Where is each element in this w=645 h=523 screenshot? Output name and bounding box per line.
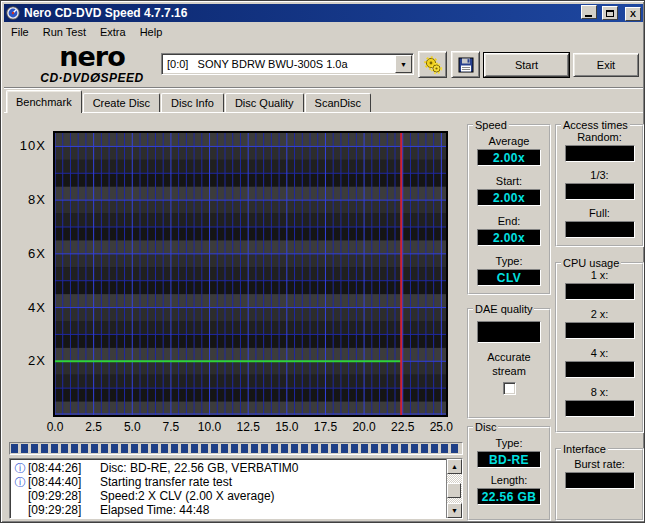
log-time: [08:44:40] [28, 475, 94, 489]
floppy-save-icon [458, 57, 474, 73]
cpu-4x-value [565, 361, 635, 378]
cpu-4x-label: 4 x: [557, 347, 642, 359]
access-times-panel: Access times Random: 1/3: Full: [555, 119, 644, 247]
burst-rate-label: Burst rate: [557, 458, 642, 470]
x-tick-label: 7.5 [154, 420, 188, 434]
access-times-legend: Access times [561, 119, 630, 131]
dae-quality-panel: DAE quality Accurate stream [467, 303, 551, 419]
accurate-stream-checkbox[interactable] [503, 382, 516, 395]
disc-length-label: Length: [469, 474, 549, 486]
tab-create-disc[interactable]: Create Disc [83, 93, 160, 113]
x-axis-labels: 0.02.55.07.510.012.515.017.520.022.525.0 [55, 420, 446, 434]
maximize-icon [606, 10, 614, 17]
cpu-1x-label: 1 x: [557, 269, 642, 281]
speed-start-value: 2.00x [477, 189, 541, 206]
log-entry: [09:29:28] Speed:2 X CLV (2.00 X average… [12, 489, 446, 503]
minimize-button[interactable] [581, 5, 597, 19]
scroll-up-button[interactable]: ▲ [447, 459, 462, 474]
x-tick-label: 15.0 [270, 420, 304, 434]
x-tick-label: 2.5 [77, 420, 111, 434]
y-axis-labels: 10X8X6X4X2X [1, 133, 49, 415]
cpu-usage-panel: CPU usage 1 x: 2 x: 4 x: 8 x: [555, 257, 644, 433]
log-text: Speed:2 X CLV (2.00 X average) [94, 489, 275, 503]
x-tick-label: 12.5 [231, 420, 265, 434]
dae-quality-value [477, 321, 541, 343]
x-tick-label: 0.0 [38, 420, 72, 434]
log-entry: ⓘ [08:44:40] Starting transfer rate test [12, 475, 446, 489]
log-time: [09:29:28] [28, 503, 94, 517]
maximize-button[interactable] [602, 6, 618, 20]
access-random-value [565, 145, 635, 162]
scrollbar-thumb[interactable] [447, 483, 461, 498]
speed-average-label: Average [469, 135, 549, 147]
speed-panel-legend: Speed [473, 119, 509, 131]
log-panel[interactable]: ⓘ [08:44:26] Disc: BD-RE, 22.56 GB, VERB… [9, 458, 463, 519]
x-tick-label: 17.5 [308, 420, 342, 434]
benchmark-chart [53, 131, 448, 417]
tab-benchmark[interactable]: Benchmark [6, 90, 82, 113]
log-time: [08:44:26] [28, 461, 94, 475]
scrollbar-track[interactable] [447, 474, 462, 503]
cpu-2x-label: 2 x: [557, 308, 642, 320]
cdvdspeed-logo-text: CD·DVDØSPEED [27, 71, 157, 84]
scroll-down-button[interactable]: ▼ [447, 503, 462, 518]
dae-quality-legend: DAE quality [473, 303, 534, 315]
menu-extra[interactable]: Extra [93, 24, 133, 40]
access-full-value [565, 221, 635, 238]
access-onethird-value [565, 183, 635, 200]
log-entry: [09:29:28] Elapsed Time: 44:48 [12, 503, 446, 517]
progress-bar-fill [11, 444, 461, 453]
drive-select-value: [0:0] SONY BDRW BWU-300S 1.0a [162, 58, 395, 70]
y-tick-label: 4X [1, 300, 46, 315]
burst-rate-value [565, 472, 635, 489]
info-icon: ⓘ [12, 475, 28, 490]
speed-type-label: Type: [469, 255, 549, 267]
tab-bar: Benchmark Create Disc Disc Info Disc Qua… [6, 90, 372, 113]
app-window: Nero CD-DVD Speed 4.7.7.16 X File Run Te… [0, 0, 645, 523]
menu-bar: File Run Test Extra Help [4, 23, 643, 41]
exit-button[interactable]: Exit [573, 53, 639, 77]
info-icon: ⓘ [12, 461, 28, 476]
x-tick-label: 5.0 [115, 420, 149, 434]
nero-logo-text: nero [27, 43, 157, 70]
minimize-icon [585, 15, 592, 17]
start-button[interactable]: Start [484, 53, 569, 77]
interface-legend: Interface [561, 443, 608, 455]
y-tick-label: 6X [1, 246, 46, 261]
tab-scandisc[interactable]: ScanDisc [305, 93, 371, 113]
speed-start-label: Start: [469, 175, 549, 187]
drive-select[interactable]: [0:0] SONY BDRW BWU-300S 1.0a ▼ [161, 53, 414, 75]
cpu-8x-label: 8 x: [557, 386, 642, 398]
log-text: Disc: BD-RE, 22.56 GB, VERBATIM0 [94, 461, 299, 475]
save-button[interactable] [451, 51, 480, 78]
speed-end-label: End: [469, 215, 549, 227]
dropdown-arrow-icon[interactable]: ▼ [395, 55, 412, 73]
access-full-label: Full: [557, 207, 642, 219]
disc-length-value: 22.56 GB [477, 488, 541, 505]
scroll-up-icon: ▲ [451, 463, 458, 470]
disc-panel-legend: Disc [473, 421, 498, 433]
menu-help[interactable]: Help [133, 24, 170, 40]
log-entries: ⓘ [08:44:26] Disc: BD-RE, 22.56 GB, VERB… [10, 459, 446, 518]
tab-disc-quality[interactable]: Disc Quality [225, 93, 304, 113]
access-random-label: Random: [557, 131, 642, 143]
log-text: Elapsed Time: 44:48 [94, 503, 209, 517]
cpu-2x-value [565, 322, 635, 339]
speed-average-value: 2.00x [477, 149, 541, 166]
interface-panel: Interface Burst rate: [555, 443, 644, 521]
cpu-1x-value [565, 283, 635, 300]
close-button[interactable]: X [625, 7, 641, 21]
x-tick-label: 25.0 [424, 420, 458, 434]
titlebar: Nero CD-DVD Speed 4.7.7.16 X [4, 4, 643, 22]
log-time: [09:29:28] [28, 489, 94, 503]
window-title: Nero CD-DVD Speed 4.7.7.16 [24, 6, 579, 20]
menu-file[interactable]: File [4, 24, 36, 40]
menu-run-test[interactable]: Run Test [36, 24, 93, 40]
options-button[interactable] [418, 51, 447, 78]
disc-panel: Disc Type: BD-RE Length: 22.56 GB [467, 421, 551, 521]
tab-disc-info[interactable]: Disc Info [161, 93, 224, 113]
log-entry: ⓘ [08:44:26] Disc: BD-RE, 22.56 GB, VERB… [12, 461, 446, 475]
x-tick-label: 10.0 [193, 420, 227, 434]
accurate-stream-label: Accurate stream [469, 351, 549, 379]
scroll-down-icon: ▼ [451, 507, 458, 514]
